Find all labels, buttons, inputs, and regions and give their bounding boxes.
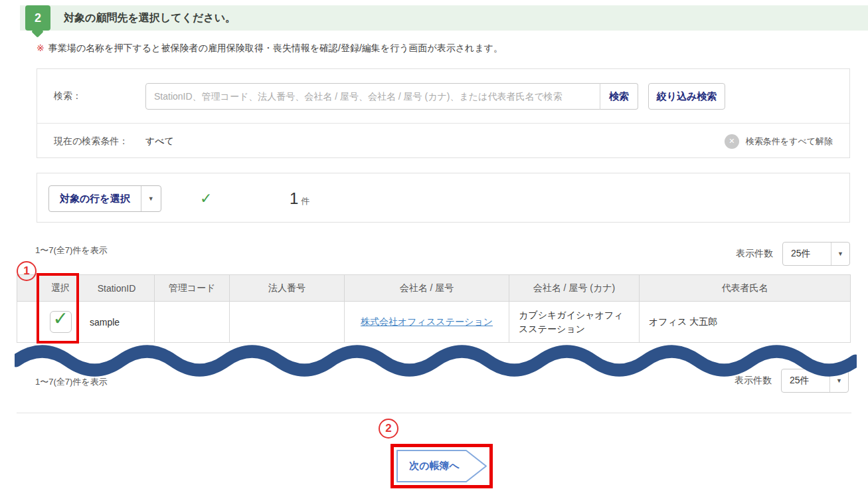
selection-bar: 対象の行を選択 ▼ ✓ 1 件 [37,173,850,223]
next-ledger-label: 次の帳簿へ [396,449,473,483]
selected-check-icon: ✓ [200,185,212,212]
filter-search-button[interactable]: 絞り込み検索 [648,83,725,110]
asterisk-icon: ※ [37,43,44,53]
clear-conditions-link[interactable]: ✕ 検索条件をすべて解除 [725,124,833,159]
selected-count: 1 件 [290,185,309,212]
divider [17,413,851,413]
checkmark-icon: ✓ [53,308,68,330]
company-name-cell: 株式会社オフィスステーション [345,302,509,343]
current-condition-label: 現在の検索条件： [54,124,128,159]
corporate-number-cell [230,302,345,343]
current-condition-row: 現在の検索条件： すべて ✕ 検索条件をすべて解除 [37,124,849,159]
selected-count-value: 1 [290,189,298,208]
company-name-link[interactable]: 株式会社オフィスステーション [361,316,493,327]
table-row: ✓ sample 株式会社オフィスステーション カブシキガイシャオフィスステーシ… [17,302,851,343]
truncation-wave [15,340,857,382]
step-number-badge: 2 [25,5,50,31]
header-company-kana: 会社名 / 屋号 (カナ) [509,275,640,302]
clients-table: 選択 StationID 管理コード 法人番号 会社名 / 屋号 会社名 / 屋… [17,274,851,343]
table-header-row: 選択 StationID 管理コード 法人番号 会社名 / 屋号 会社名 / 屋… [17,275,851,302]
selected-count-unit: 件 [301,195,309,207]
current-condition-value: すべて [145,124,174,159]
header-corporate-number: 法人番号 [230,275,345,302]
select-rows-label: 対象の行を選択 [49,186,141,211]
search-panel: 検索： 検索 絞り込み検索 現在の検索条件： すべて ✕ 検索条件をすべて解除 [37,68,850,158]
select-cell: ✓ [17,302,79,343]
representative-cell: オフィス 大五郎 [640,302,851,343]
search-input[interactable] [145,83,600,110]
next-ledger-button[interactable]: 次の帳簿へ [396,449,487,483]
page: 2 対象の顧問先を選択してください。 ※事業場の名称を押下すると被保険者の雇用保… [0,0,868,495]
step-title: 対象の顧問先を選択してください。 [64,5,236,31]
clear-conditions-label: 検索条件をすべて解除 [746,136,833,148]
header-station-id: StationID [79,275,155,302]
per-page-control-top: 表示件数 25件 ▼ [736,242,850,266]
admin-code-cell [155,302,230,343]
per-page-label: 表示件数 [736,248,773,260]
clear-x-icon[interactable]: ✕ [725,134,739,149]
header-admin-code: 管理コード [155,275,230,302]
search-label: 検索： [54,69,82,124]
annotation-circle-2: 2 [379,419,398,439]
result-range-top: 1〜7(全7)件を表示 [35,245,108,256]
search-row: 検索： 検索 絞り込み検索 [37,69,849,124]
header-company-name: 会社名 / 屋号 [345,275,509,302]
station-id-cell: sample [79,302,155,343]
chevron-down-icon[interactable]: ▼ [831,243,849,265]
search-button[interactable]: 検索 [600,83,638,110]
company-kana-cell: カブシキガイシャオフィスステーション [509,302,640,343]
note-text: 事業場の名称を押下すると被保険者の雇用保険取得・喪失情報を確認/登録/編集を行う… [48,43,503,53]
row-checkbox[interactable]: ✓ [50,311,72,333]
select-rows-button[interactable]: 対象の行を選択 ▼ [48,185,161,212]
header-representative: 代表者氏名 [640,275,851,302]
per-page-select[interactable]: 25件 ▼ [782,242,850,266]
instruction-note: ※事業場の名称を押下すると被保険者の雇用保険取得・喪失情報を確認/登録/編集を行… [37,43,503,54]
annotation-circle-1: 1 [17,261,37,281]
per-page-value: 25件 [783,248,831,260]
chevron-down-icon[interactable]: ▼ [141,186,161,211]
